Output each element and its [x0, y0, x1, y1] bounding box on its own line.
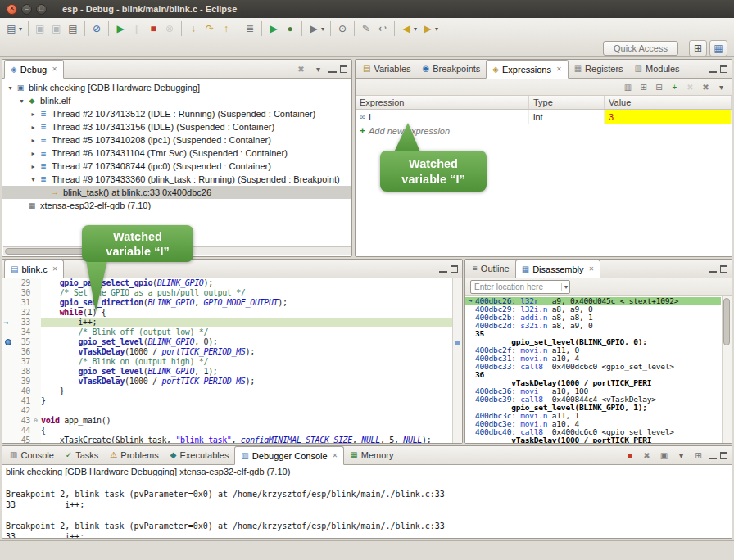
code-text[interactable]: void app_main()	[41, 416, 462, 426]
minimize-view-button[interactable]	[328, 65, 337, 73]
tab-outline[interactable]: ≡Outline	[467, 260, 515, 278]
show-logical-structure-icon[interactable]: ⊞	[637, 80, 650, 93]
minimize-view-button[interactable]	[439, 265, 447, 273]
remove-all-terminated-launches-icon[interactable]: ✖	[640, 449, 654, 462]
editor-annotation-ruler[interactable]	[2, 367, 14, 377]
editor-annotation-ruler[interactable]	[2, 278, 14, 288]
editor-annotation-ruler[interactable]	[2, 426, 14, 436]
scrollbar-thumb[interactable]	[723, 298, 730, 345]
maximize-view-button[interactable]	[720, 65, 727, 73]
code-text[interactable]: vTaskDelay(1000 / portTICK_PERIOD_MS);	[41, 377, 462, 386]
location-combo[interactable]: Enter location here ▾	[470, 280, 570, 294]
expanded-arrow-icon[interactable]: ▾	[17, 97, 26, 105]
maximize-view-button[interactable]	[720, 265, 727, 273]
tab-problems[interactable]: ⚠Problems	[104, 446, 164, 464]
close-tab-icon[interactable]: ✕	[556, 65, 562, 73]
minimize-view-button[interactable]	[709, 452, 717, 459]
forward-dropdown-icon[interactable]: ▾	[435, 25, 438, 33]
window-maximize-button[interactable]: □	[36, 4, 47, 15]
debug-tree-item[interactable]: ▸≣Thread #7 1073408744 (ipc0) (Suspended…	[2, 160, 351, 173]
editor-annotation-ruler[interactable]	[2, 377, 14, 386]
new-wizard-icon[interactable]: ▤	[3, 20, 20, 37]
collapsed-arrow-icon[interactable]: ▸	[29, 111, 38, 118]
debug-bug-icon[interactable]: ●	[282, 20, 298, 37]
forward-icon[interactable]: ▶	[419, 20, 436, 37]
location-combo-dropdown-icon[interactable]: ▾	[561, 283, 568, 291]
tab-expressions[interactable]: ◈Expressions✕	[486, 60, 568, 79]
tab-console[interactable]: ▥Console	[4, 446, 60, 464]
search-icon[interactable]: ⊙	[334, 20, 351, 37]
code-text[interactable]: }	[41, 396, 462, 406]
remove-all-expressions-icon[interactable]: ✖	[699, 80, 713, 93]
close-tab-icon[interactable]: ✕	[52, 65, 57, 73]
step-into-icon[interactable]: ↓	[185, 20, 202, 37]
fold-collapse-icon[interactable]: ⊖	[34, 416, 41, 426]
tab-debug[interactable]: ◈Debug✕	[4, 60, 64, 79]
editor-annotation-ruler[interactable]	[2, 406, 14, 416]
tab-memory[interactable]: ▦Memory	[344, 446, 399, 464]
tab-disassembly[interactable]: ▦Disassembly✕	[515, 260, 601, 278]
collapsed-arrow-icon[interactable]: ▸	[29, 163, 38, 170]
tab-debugger-console[interactable]: ▥Debugger Console✕	[234, 446, 344, 465]
editor-annotation-ruler[interactable]: →	[2, 318, 14, 327]
external-tools-icon[interactable]: ▶	[306, 20, 322, 37]
display-selected-console-icon[interactable]: ▾	[674, 449, 688, 462]
debug-view-menu-icon[interactable]: ▾	[311, 62, 325, 75]
disassembly-listing[interactable]: →400dbc26: l32r a9, 0x400d045c < stext+1…	[465, 296, 732, 443]
annotation-navigation-icon[interactable]: ✎	[358, 20, 374, 37]
disconnect-icon[interactable]: ⊗	[161, 20, 178, 37]
window-close-button[interactable]: ✕	[7, 4, 17, 15]
tab-executables[interactable]: ◆Executables	[165, 446, 235, 464]
maximize-view-button[interactable]	[451, 265, 458, 273]
collapsed-arrow-icon[interactable]: ▸	[29, 150, 38, 157]
debug-tree-item[interactable]: ▸≣Thread #2 1073413512 (IDLE : Running) …	[2, 107, 351, 120]
new-wizard-dropdown-icon[interactable]: ▾	[19, 25, 22, 33]
code-editor[interactable]: 29 gpio_pad_select_gpio(BLINK_GPIO);30 /…	[2, 278, 462, 443]
code-text[interactable]	[41, 406, 462, 416]
skip-all-breakpoints-icon[interactable]: ⊘	[88, 20, 105, 37]
code-text[interactable]: vTaskDelay(1000 / portTICK_PERIOD_MS);	[41, 347, 462, 357]
terminate-console-icon[interactable]: ■	[623, 449, 637, 462]
instruction-stepping-icon[interactable]: ≣	[242, 20, 258, 37]
overview-annotation-mark[interactable]	[455, 341, 460, 345]
quick-access-button[interactable]: Quick Access	[603, 41, 678, 56]
code-text[interactable]: {	[41, 426, 462, 436]
editor-annotation-ruler[interactable]	[2, 386, 14, 396]
debug-tree-item[interactable]: ▸≣Thread #5 1073410208 (ipc1) (Suspended…	[2, 133, 351, 147]
editor-annotation-ruler[interactable]	[2, 288, 14, 298]
external-tools-dropdown-icon[interactable]: ▾	[321, 25, 324, 33]
run-icon[interactable]: ▶	[265, 20, 282, 37]
debug-tree-item[interactable]: ▸≣Thread #6 1073431104 (Tmr Svc) (Suspen…	[2, 147, 351, 160]
column-header-expression[interactable]: Expression	[356, 96, 529, 109]
debug-tree-item[interactable]: ▦xtensa-esp32-elf-gdb (7.10)	[2, 199, 351, 212]
debug-tree-item[interactable]: ▸≣Thread #3 1073413156 (IDLE) (Suspended…	[2, 120, 351, 133]
disassembly-line[interactable]: 400dbc33: call8 0x400dc6c0 <gpio_set_lev…	[465, 363, 721, 371]
tab-variables[interactable]: ▤Variables	[357, 60, 417, 78]
save-icon[interactable]: ▣	[32, 20, 48, 37]
close-tab-icon[interactable]: ✕	[52, 265, 58, 273]
code-text[interactable]: xTaskCreate(&blink_task, "blink_task", c…	[41, 436, 462, 443]
close-tab-icon[interactable]: ✕	[333, 452, 338, 459]
remove-all-terminated-icon[interactable]: ✖	[294, 62, 308, 75]
debug-tree-item[interactable]: ▾≣Thread #9 1073433360 (blink_task : Run…	[2, 173, 351, 186]
tab-registers[interactable]: ▦Registers	[569, 60, 629, 78]
debug-tree-item[interactable]: ▾◆blink.elf	[2, 94, 351, 107]
expanded-arrow-icon[interactable]: ▾	[29, 176, 38, 183]
debug-tree-item[interactable]: →blink_task() at blink.c:33 0x400dbc26	[2, 186, 351, 199]
breakpoint-icon[interactable]	[5, 339, 11, 345]
close-tab-icon[interactable]: ✕	[589, 265, 595, 273]
editor-annotation-ruler[interactable]	[2, 357, 14, 367]
tab-blink-c[interactable]: ▤blink.c✕	[4, 260, 64, 278]
editor-overview-ruler[interactable]	[452, 278, 462, 443]
disassembly-scrollbar[interactable]	[722, 296, 732, 443]
open-perspective-icon[interactable]: ⊞	[689, 40, 707, 56]
editor-annotation-ruler[interactable]	[2, 298, 14, 308]
back-icon[interactable]: ◀	[398, 20, 415, 37]
console-output[interactable]: blink checking [GDB Hardware Debugging] …	[2, 465, 732, 538]
resume-icon[interactable]: ▶	[112, 20, 129, 37]
code-text[interactable]: gpio_set_level(BLINK_GPIO, 1);	[41, 367, 462, 377]
editor-annotation-ruler[interactable]	[2, 396, 14, 406]
save-all-icon[interactable]: ▣	[48, 20, 65, 37]
last-edit-location-icon[interactable]: ↩	[374, 20, 391, 37]
debug-tree-item[interactable]: ▾▣blink checking [GDB Hardware Debugging…	[2, 81, 351, 94]
